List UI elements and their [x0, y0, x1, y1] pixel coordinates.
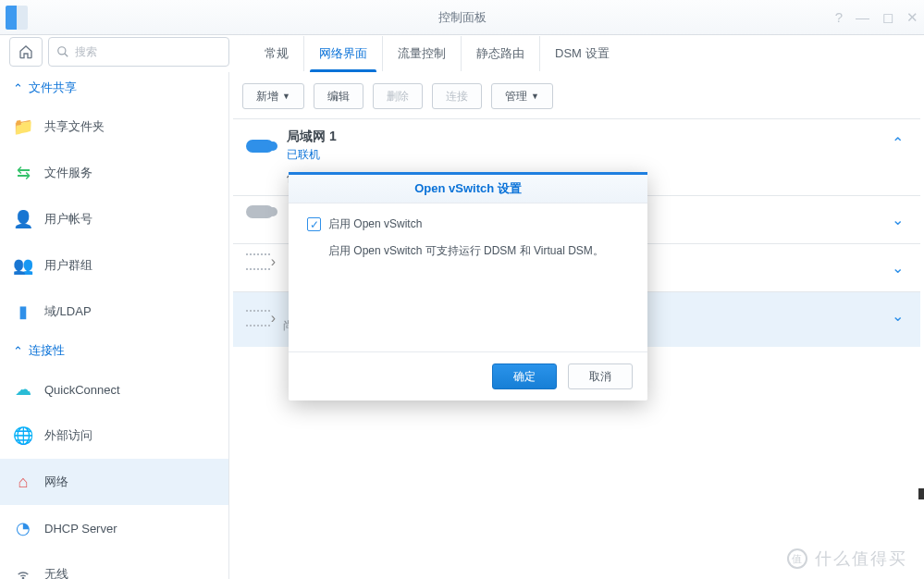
interface-title: 局域网 1: [287, 129, 337, 145]
group-label: 文件共享: [29, 80, 77, 96]
caret-down-icon: ▼: [531, 92, 539, 101]
sidebar-item-user[interactable]: 👤 用户帐号: [0, 196, 228, 242]
tab-dsm-settings[interactable]: DSM 设置: [539, 36, 624, 71]
delete-button[interactable]: 删除: [373, 83, 423, 109]
titlebar: 控制面板 ? — ◻ ✕: [0, 0, 924, 35]
help-icon[interactable]: ?: [835, 9, 843, 25]
sidebar-item-label: DHCP Server: [44, 522, 117, 536]
network-icon: ⌂: [13, 472, 33, 492]
search-icon: [56, 45, 69, 58]
dhcp-icon: ◔: [13, 518, 33, 538]
chevron-down-icon[interactable]: ⌄: [892, 211, 904, 228]
enable-ovs-checkbox[interactable]: ✓ 启用 Open vSwitch: [307, 216, 629, 232]
window-title: 控制面板: [0, 9, 924, 26]
edge-artifact: [918, 488, 924, 499]
tab-general[interactable]: 常规: [250, 36, 303, 71]
searchbar: [9, 35, 229, 68]
tab-traffic-control[interactable]: 流量控制: [382, 36, 461, 71]
chevron-up-icon: ⌃: [13, 81, 23, 95]
search-input[interactable]: [75, 45, 221, 58]
sidebar-item-wireless[interactable]: 无线: [0, 551, 228, 579]
connect-button[interactable]: 连接: [432, 83, 482, 109]
sidebar-item-domain-ldap[interactable]: ▮ 域/LDAP: [0, 289, 228, 335]
sidebar-item-external-access[interactable]: 🌐 外部访问: [0, 413, 228, 459]
sidebar-item-label: 外部访问: [44, 427, 92, 444]
sidebar: ⌃ 文件共享 📁 共享文件夹 ⇆ 文件服务 👤 用户帐号 👥 用户群组 ▮ 域/…: [0, 72, 229, 579]
ovs-dialog: Open vSwitch 设置 ✓ 启用 Open vSwitch 启用 Ope…: [289, 172, 647, 400]
interface-status: 已联机: [287, 147, 337, 163]
lan-connected-icon: [246, 140, 274, 153]
tab-static-route[interactable]: 静态路由: [461, 36, 539, 71]
sidebar-item-label: 文件服务: [44, 165, 92, 181]
sidebar-group-connectivity[interactable]: ⌃ 连接性: [0, 335, 228, 366]
home-icon: [18, 44, 33, 59]
sidebar-item-shared-folder[interactable]: 📁 共享文件夹: [0, 104, 228, 150]
sidebar-item-file-services[interactable]: ⇆ 文件服务: [0, 150, 228, 196]
wifi-icon: [13, 564, 33, 579]
lan-disconnected-icon: [246, 205, 274, 218]
sidebar-item-label: 用户帐号: [44, 211, 92, 228]
sidebar-item-label: 共享文件夹: [44, 118, 105, 135]
svg-line-1: [65, 54, 68, 57]
sidebar-item-group[interactable]: 👥 用户群组: [0, 242, 228, 289]
tab-network-interface[interactable]: 网络界面: [303, 36, 382, 71]
manage-button[interactable]: 管理▼: [491, 83, 553, 109]
close-icon[interactable]: ✕: [906, 9, 918, 26]
globe-icon: 🌐: [13, 425, 33, 446]
minimize-icon[interactable]: —: [856, 9, 869, 25]
edit-button[interactable]: 编辑: [314, 83, 363, 109]
home-button[interactable]: [9, 37, 43, 67]
sidebar-item-label: 网络: [44, 474, 68, 490]
checkbox-checked-icon: ✓: [307, 217, 321, 231]
sidebar-item-dhcp-server[interactable]: ◔ DHCP Server: [0, 505, 228, 551]
user-icon: 👤: [13, 209, 33, 229]
sidebar-item-network[interactable]: ⌂ 网络: [0, 459, 228, 505]
svg-point-0: [58, 47, 66, 55]
file-transfer-icon: ⇆: [13, 163, 33, 183]
sidebar-item-label: 无线: [44, 566, 68, 579]
dialog-title: Open vSwitch 设置: [289, 172, 647, 203]
add-button[interactable]: 新增▼: [242, 83, 304, 109]
book-icon: ▮: [13, 302, 33, 322]
caret-down-icon: ▼: [282, 92, 290, 101]
checkbox-label: 启用 Open vSwitch: [328, 216, 422, 232]
toolbar: 新增▼ 编辑 删除 连接 管理▼: [229, 72, 924, 118]
sidebar-item-label: 用户群组: [44, 257, 92, 274]
svg-point-2: [22, 577, 23, 578]
chevron-down-icon[interactable]: ⌄: [892, 259, 904, 277]
sidebar-item-label: QuickConnect: [44, 383, 120, 397]
folder-icon: 📁: [13, 117, 33, 137]
cancel-button[interactable]: 取消: [568, 363, 633, 389]
users-icon: 👥: [13, 255, 33, 276]
ok-button[interactable]: 确定: [492, 363, 557, 389]
maximize-icon[interactable]: ◻: [882, 9, 893, 26]
chevron-up-icon: ⌃: [13, 344, 23, 358]
tabs: 常规 网络界面 流量控制 静态路由 DSM 设置: [229, 35, 924, 72]
chevron-down-icon[interactable]: ⌄: [892, 307, 904, 325]
cloud-icon: ☁: [13, 379, 33, 400]
bridge-icon: [246, 310, 270, 326]
search-box[interactable]: [48, 37, 229, 67]
chevron-up-icon[interactable]: ⌃: [892, 134, 904, 152]
group-label: 连接性: [29, 342, 65, 359]
dialog-hint: 启用 Open vSwitch 可支持运行 DDSM 和 Virtual DSM…: [307, 232, 629, 259]
sidebar-item-quickconnect[interactable]: ☁ QuickConnect: [0, 366, 228, 413]
bridge-icon: [246, 253, 270, 270]
sidebar-item-label: 域/LDAP: [44, 303, 92, 320]
sidebar-group-file-sharing[interactable]: ⌃ 文件共享: [0, 72, 228, 104]
